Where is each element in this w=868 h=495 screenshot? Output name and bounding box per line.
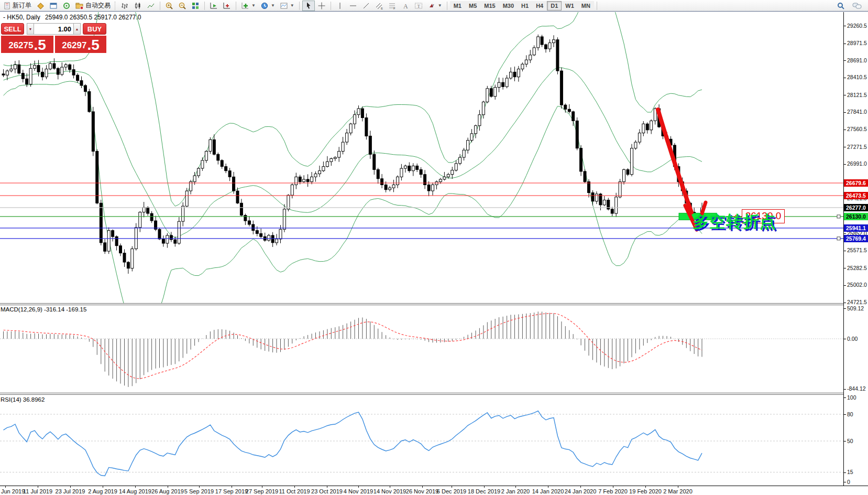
autotrading-icon xyxy=(75,2,84,9)
macd-tick-label: -844.12 xyxy=(847,385,866,392)
price-tick-label: 28691.0 xyxy=(847,57,867,63)
time-axis[interactable]: Jun 201911 Jul 201923 Jul 20192 Aug 2019… xyxy=(0,486,868,495)
arrows-tool-button[interactable]: ▼ xyxy=(425,1,444,11)
vertical-line-icon xyxy=(336,2,344,10)
timeframe-M5[interactable]: M5 xyxy=(465,1,480,10)
profiles-button[interactable] xyxy=(47,1,60,11)
zoom-out-icon xyxy=(178,2,186,10)
main-chart-canvas[interactable] xyxy=(0,12,843,304)
autotrading-button[interactable]: 自动交易 xyxy=(73,1,113,11)
trendline-tool-button[interactable] xyxy=(360,1,372,11)
templates-button[interactable]: ▼ xyxy=(278,1,296,11)
buy-button[interactable]: BUY xyxy=(83,23,106,35)
timeframe-H4[interactable]: H4 xyxy=(532,1,547,10)
line-chart-button[interactable] xyxy=(145,1,157,11)
bollinger-lower xyxy=(4,81,702,304)
line-handle[interactable] xyxy=(837,237,840,240)
time-tick-mark xyxy=(103,486,103,488)
price-axis[interactable]: 29260.528971.528691.028410.528121.527841… xyxy=(843,12,868,486)
tile-windows-button[interactable] xyxy=(189,1,202,11)
price-level-badge: 25769.4 xyxy=(844,235,868,242)
auto-scroll-button[interactable] xyxy=(207,1,220,11)
channel-tool-button[interactable]: E xyxy=(373,1,386,11)
toolbar-separator xyxy=(597,2,597,10)
timeframe-D1[interactable]: D1 xyxy=(547,1,562,10)
horizontal-line-tool-button[interactable] xyxy=(347,1,359,11)
text-label-icon: T xyxy=(414,2,423,10)
text-tool-button[interactable]: A xyxy=(399,1,412,11)
one-click-trading-panel: SELL ▼ 1.00 ▲ BUY 26275.5 26297.5 xyxy=(1,23,106,53)
clock-icon xyxy=(260,2,269,10)
price-tick-label: 26991.0 xyxy=(847,160,867,167)
timeframe-W1[interactable]: W1 xyxy=(562,1,578,10)
volume-decrease-button[interactable]: ▼ xyxy=(27,23,34,35)
crosshair-tool-button[interactable] xyxy=(315,1,328,11)
time-tick-mark xyxy=(484,486,485,488)
periods-button[interactable]: ▼ xyxy=(258,1,277,11)
signal-button[interactable] xyxy=(60,1,73,11)
time-tick-mark xyxy=(232,486,232,488)
time-tick-label: Jun 2019 xyxy=(1,488,25,494)
time-tick-label: 23 Jul 2019 xyxy=(56,488,85,494)
toolbar-separator xyxy=(447,2,447,10)
time-tick-label: 23 Oct 2019 xyxy=(311,488,343,494)
time-tick-label: 26 Nov 2019 xyxy=(406,488,438,494)
svg-text:T: T xyxy=(417,3,420,8)
sell-price[interactable]: 26275.5 xyxy=(1,36,53,53)
new-order-button[interactable]: 新订单 xyxy=(2,1,34,11)
time-tick-mark xyxy=(358,486,359,488)
sell-button[interactable]: SELL xyxy=(1,23,24,35)
axis-tick-mark xyxy=(844,303,846,303)
svg-text:F: F xyxy=(393,7,395,10)
annotation-text[interactable]: 多空转折点 xyxy=(693,211,776,233)
axis-tick-mark xyxy=(844,147,846,147)
price-tick-label: 28121.5 xyxy=(847,92,867,98)
equidistant-channel-icon: E xyxy=(375,2,383,10)
trend-arrow-line[interactable] xyxy=(658,110,691,212)
rsi-canvas[interactable] xyxy=(0,395,843,485)
market-watch-button[interactable] xyxy=(34,1,47,11)
cursor-tool-button[interactable] xyxy=(302,1,315,11)
signal-icon xyxy=(62,2,71,10)
chart-ohlc-values: 25949.0 26350.5 25917.0 26277.0 xyxy=(45,14,141,21)
chat-button[interactable] xyxy=(850,1,864,11)
candlestick-chart-button[interactable] xyxy=(131,1,144,11)
time-tick-mark xyxy=(548,486,548,488)
pane-splitter[interactable] xyxy=(0,393,868,395)
zoom-in-button[interactable] xyxy=(163,1,175,11)
macd-canvas[interactable] xyxy=(0,305,843,393)
price-level-badge: 26473.5 xyxy=(844,192,868,199)
chart-shift-button[interactable] xyxy=(221,1,233,11)
macd-tick-label: 0.00 xyxy=(847,336,858,342)
axis-tick-mark xyxy=(844,397,846,398)
volume-input[interactable]: 1.00 xyxy=(34,23,73,35)
axis-tick-mark xyxy=(844,60,846,61)
timeframe-M15[interactable]: M15 xyxy=(480,1,499,10)
timeframe-MN[interactable]: MN xyxy=(578,1,594,10)
pane-splitter[interactable] xyxy=(0,303,868,305)
arrow-objects-icon xyxy=(427,2,436,10)
chart-symbol-period: - HK50, Daily xyxy=(3,14,40,21)
vertical-line-tool-button[interactable] xyxy=(334,1,346,11)
axis-tick-mark xyxy=(844,441,846,442)
rsi-tick-label: 50 xyxy=(847,438,853,444)
price-tick-label: 29260.5 xyxy=(847,23,867,29)
bar-chart-button[interactable] xyxy=(118,1,131,11)
timeframe-M30[interactable]: M30 xyxy=(499,1,518,10)
chat-icon xyxy=(852,2,862,10)
line-handle[interactable] xyxy=(837,215,840,218)
search-button[interactable] xyxy=(834,1,847,11)
fibonacci-tool-button[interactable]: F xyxy=(386,1,399,11)
macd-signal-line xyxy=(4,314,702,379)
zoom-out-button[interactable] xyxy=(176,1,189,11)
candlestick-icon xyxy=(134,2,142,10)
timeframe-H1[interactable]: H1 xyxy=(518,1,532,10)
time-tick-mark xyxy=(422,486,423,488)
axis-tick-mark xyxy=(844,112,846,113)
buy-price[interactable]: 26297.5 xyxy=(55,36,106,53)
indicators-button[interactable]: ▼ xyxy=(239,1,258,11)
axis-tick-mark xyxy=(844,339,846,339)
volume-increase-button[interactable]: ▲ xyxy=(73,23,81,35)
text-label-tool-button[interactable]: T xyxy=(412,1,425,11)
timeframe-M1[interactable]: M1 xyxy=(450,1,465,10)
